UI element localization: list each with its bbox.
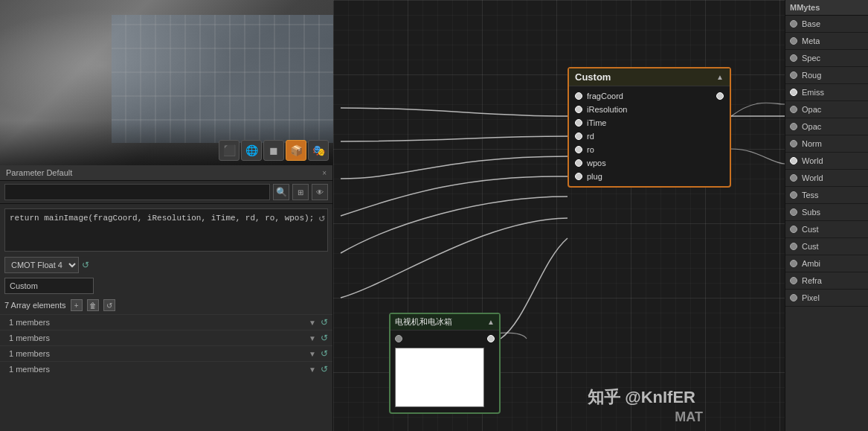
dropdown-row: CMOT Float 4 CMOT Float 3 ↺ [0,255,332,275]
code-content: return mainImage(fragCoord, iResolution,… [10,214,314,223]
right-dot-world2[interactable] [790,174,797,182]
custom-input-row: Custom [0,275,332,296]
toolbar-icon-1[interactable]: ⬛ [219,140,239,161]
right-dot-tess[interactable] [790,191,797,199]
toolbar-icon-3[interactable]: ◼ [263,140,284,161]
right-dot-opac1[interactable] [790,106,797,113]
right-item-norm: Norm [785,135,868,153]
grid-view-button[interactable]: ⊞ [292,184,309,200]
array-label: 7 Array elements [4,301,66,310]
right-label-subs: Subs [802,208,820,217]
graph-canvas[interactable]: Custom ▲ fragCoord iResolution [333,0,785,431]
pin-dot-iresolution[interactable] [575,106,582,113]
node-pin-wpos: wpos [569,156,730,170]
node-custom: Custom ▲ fragCoord iResolution [568,67,731,188]
member-label-4: 1 members [9,365,304,374]
code-reset-button[interactable]: ↺ [319,211,325,224]
member-chevron-3[interactable]: ▼ [309,350,316,358]
right-dot-ambi[interactable] [790,260,797,267]
node-tv-body [390,331,499,412]
right-item-meta: Meta [785,33,868,50]
pin-label-fragcoord: fragCoord [587,92,623,100]
pin-left-iresolution: iResolution [575,105,627,114]
right-item-emiss: Emiss [785,84,868,101]
member-chevron-1[interactable]: ▼ [309,319,316,327]
right-dot-refra[interactable] [790,277,797,284]
pin-dot-plug[interactable] [575,173,582,180]
right-item-ambi: Ambi [785,255,868,272]
right-dot-subs[interactable] [790,208,797,216]
cmot-dropdown[interactable]: CMOT Float 4 CMOT Float 3 [4,257,79,273]
pin-dot-fragcoord[interactable] [575,92,582,100]
array-add-button[interactable]: + [71,299,83,311]
right-dot-base[interactable] [790,20,797,28]
node-custom-header: Custom ▲ [569,68,730,86]
toolbar-icon-5[interactable]: 🎭 [308,140,329,161]
node-pin-ro: ro [569,143,730,156]
right-item-pixel: Pixel [785,290,868,307]
node-tv-header: 电视机和电冰箱 ▲ [390,314,499,331]
pin-left-ro: ro [575,145,594,154]
right-dot-cust1[interactable] [790,226,797,233]
pin-dot-itime[interactable] [575,119,582,127]
search-input[interactable] [4,184,270,200]
right-label-opac2: Opac [802,122,821,131]
right-dot-opac2[interactable] [790,123,797,130]
icon-5: 🎭 [312,144,325,156]
array-header: 7 Array elements + 🗑 ↺ [0,296,332,314]
eye-button[interactable]: 👁 [312,184,328,200]
member-chevron-4[interactable]: ▼ [309,365,316,374]
node-custom-collapse-button[interactable]: ▲ [716,73,724,81]
pin-dot-wpos[interactable] [575,159,582,167]
pin-label-plug: plug [587,172,602,181]
array-delete-button[interactable]: 🗑 [87,299,99,311]
right-label-cust2: Cust [802,242,819,251]
right-label-world2: World [802,173,823,182]
node-pin-iresolution: iResolution [569,103,730,116]
pin-left-wpos: wpos [575,159,606,167]
pin-left-plug: plug [575,172,602,181]
member-row-1: 1 members ▼ ↺ [0,314,332,330]
right-dot-emiss[interactable] [790,89,797,96]
right-label-pixel: Pixel [802,293,820,302]
dropdown-reset-icon[interactable]: ↺ [82,260,89,270]
icon-2: 🌐 [245,144,258,156]
right-item-subs: Subs [785,204,868,221]
member-label-1: 1 members [9,318,304,327]
right-dot-norm[interactable] [790,140,797,147]
member-chevron-2[interactable]: ▼ [309,334,316,342]
node-tv-image [395,348,484,407]
node-tv-pin-row [390,333,499,345]
tv-pin-left[interactable] [395,335,402,342]
toolbar-icon-2[interactable]: 🌐 [241,140,262,161]
param-header: Parameter Default × [0,165,332,181]
right-item-cust1: Cust [785,221,868,238]
right-item-opac2: Opac [785,118,868,135]
node-tv-collapse-button[interactable]: ▲ [487,318,495,326]
member-label-3: 1 members [9,349,304,358]
pin-label-wpos: wpos [587,159,606,167]
pin-dot-ro[interactable] [575,146,582,153]
search-icon-button[interactable]: 🔍 [273,184,289,200]
right-dot-roug[interactable] [790,71,797,79]
right-dot-cust2[interactable] [790,243,797,250]
member-reset-4[interactable]: ↺ [321,364,328,374]
member-reset-3[interactable]: ↺ [321,348,328,359]
close-button[interactable]: × [322,169,327,177]
tv-pin-right[interactable] [487,335,495,342]
right-label-emiss: Emiss [802,88,824,97]
array-reset-button[interactable]: ↺ [103,299,115,311]
right-dot-meta[interactable] [790,37,797,45]
pin-dot-right-fragcoord[interactable] [716,92,724,100]
toolbar-icon-4[interactable]: 📦 [286,140,306,161]
icon-3: ◼ [269,144,278,156]
custom-input[interactable]: Custom [4,278,94,294]
right-dot-spec[interactable] [790,54,797,62]
member-reset-1[interactable]: ↺ [321,317,328,328]
pin-dot-rd[interactable] [575,133,582,140]
right-dot-world1[interactable] [790,157,797,165]
right-item-cust2: Cust [785,238,868,255]
right-dot-pixel[interactable] [790,294,797,301]
member-reset-2[interactable]: ↺ [321,333,328,343]
right-item-opac1: Opac [785,101,868,118]
